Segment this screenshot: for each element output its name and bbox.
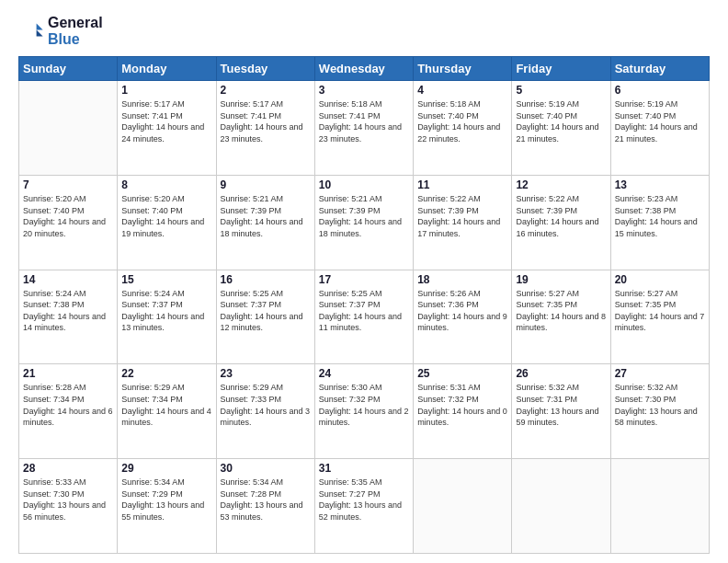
day-info: Sunrise: 5:34 AM Sunset: 7:28 PM Dayligh…: [221, 477, 311, 523]
day-number: 29: [121, 462, 211, 475]
day-info: Sunrise: 5:32 AM Sunset: 7:31 PM Dayligh…: [516, 382, 606, 428]
day-info: Sunrise: 5:27 AM Sunset: 7:35 PM Dayligh…: [615, 288, 705, 334]
day-info: Sunrise: 5:22 AM Sunset: 7:39 PM Dayligh…: [516, 193, 606, 239]
col-thursday: Thursday: [414, 57, 512, 81]
day-number: 2: [221, 84, 311, 97]
day-number: 24: [319, 367, 409, 380]
table-row: 1Sunrise: 5:17 AM Sunset: 7:41 PM Daylig…: [118, 81, 216, 176]
table-row: 27Sunrise: 5:32 AM Sunset: 7:30 PM Dayli…: [610, 364, 709, 459]
table-row: 11Sunrise: 5:22 AM Sunset: 7:39 PM Dayli…: [414, 175, 512, 270]
logo-icon: [18, 18, 44, 44]
table-row: 2Sunrise: 5:17 AM Sunset: 7:41 PM Daylig…: [216, 81, 314, 176]
table-row: 13Sunrise: 5:23 AM Sunset: 7:38 PM Dayli…: [610, 175, 709, 270]
table-row: 6Sunrise: 5:19 AM Sunset: 7:40 PM Daylig…: [610, 81, 709, 176]
day-info: Sunrise: 5:18 AM Sunset: 7:40 PM Dayligh…: [417, 98, 507, 144]
day-number: 16: [221, 273, 311, 286]
page: General Blue Sunday Monday Tuesday Wedne…: [0, 0, 728, 563]
col-monday: Monday: [118, 57, 216, 81]
day-info: Sunrise: 5:17 AM Sunset: 7:41 PM Dayligh…: [121, 98, 211, 144]
table-row: 26Sunrise: 5:32 AM Sunset: 7:31 PM Dayli…: [512, 364, 610, 459]
day-info: Sunrise: 5:20 AM Sunset: 7:40 PM Dayligh…: [121, 193, 211, 239]
day-info: Sunrise: 5:24 AM Sunset: 7:37 PM Dayligh…: [121, 288, 211, 334]
day-info: Sunrise: 5:31 AM Sunset: 7:32 PM Dayligh…: [417, 382, 507, 428]
table-row: 24Sunrise: 5:30 AM Sunset: 7:32 PM Dayli…: [314, 364, 413, 459]
table-row: [610, 459, 709, 554]
table-row: 29Sunrise: 5:34 AM Sunset: 7:29 PM Dayli…: [118, 459, 216, 554]
day-number: 21: [23, 367, 113, 380]
logo-text: General Blue: [48, 15, 103, 47]
day-number: 20: [615, 273, 705, 286]
table-row: 14Sunrise: 5:24 AM Sunset: 7:38 PM Dayli…: [19, 270, 118, 364]
col-wednesday: Wednesday: [314, 57, 413, 81]
table-row: [512, 459, 610, 554]
calendar-week-row: 7Sunrise: 5:20 AM Sunset: 7:40 PM Daylig…: [19, 175, 710, 270]
col-saturday: Saturday: [610, 57, 709, 81]
day-info: Sunrise: 5:24 AM Sunset: 7:38 PM Dayligh…: [23, 288, 113, 334]
day-number: 18: [417, 273, 507, 286]
day-number: 13: [615, 178, 705, 191]
day-number: 5: [516, 84, 606, 97]
table-row: 15Sunrise: 5:24 AM Sunset: 7:37 PM Dayli…: [118, 270, 216, 364]
day-number: 14: [23, 273, 113, 286]
day-number: 26: [516, 367, 606, 380]
table-row: 4Sunrise: 5:18 AM Sunset: 7:40 PM Daylig…: [414, 81, 512, 176]
day-info: Sunrise: 5:22 AM Sunset: 7:39 PM Dayligh…: [417, 193, 507, 239]
day-number: 1: [121, 84, 211, 97]
day-number: 9: [221, 178, 311, 191]
calendar-header-row: Sunday Monday Tuesday Wednesday Thursday…: [19, 57, 710, 81]
day-info: Sunrise: 5:29 AM Sunset: 7:34 PM Dayligh…: [121, 382, 211, 428]
day-info: Sunrise: 5:26 AM Sunset: 7:36 PM Dayligh…: [417, 288, 507, 334]
day-info: Sunrise: 5:35 AM Sunset: 7:27 PM Dayligh…: [319, 477, 409, 523]
day-number: 31: [319, 462, 409, 475]
day-info: Sunrise: 5:33 AM Sunset: 7:30 PM Dayligh…: [23, 477, 113, 523]
day-info: Sunrise: 5:25 AM Sunset: 7:37 PM Dayligh…: [319, 288, 409, 334]
svg-marker-1: [37, 29, 43, 36]
day-info: Sunrise: 5:28 AM Sunset: 7:34 PM Dayligh…: [23, 382, 113, 428]
table-row: 18Sunrise: 5:26 AM Sunset: 7:36 PM Dayli…: [414, 270, 512, 364]
day-info: Sunrise: 5:23 AM Sunset: 7:38 PM Dayligh…: [615, 193, 705, 239]
day-info: Sunrise: 5:20 AM Sunset: 7:40 PM Dayligh…: [23, 193, 113, 239]
table-row: 5Sunrise: 5:19 AM Sunset: 7:40 PM Daylig…: [512, 81, 610, 176]
day-number: 19: [516, 273, 606, 286]
day-info: Sunrise: 5:29 AM Sunset: 7:33 PM Dayligh…: [221, 382, 311, 428]
svg-marker-0: [37, 23, 43, 29]
day-info: Sunrise: 5:25 AM Sunset: 7:37 PM Dayligh…: [221, 288, 311, 334]
day-number: 17: [319, 273, 409, 286]
day-number: 15: [121, 273, 211, 286]
day-number: 7: [23, 178, 113, 191]
table-row: 16Sunrise: 5:25 AM Sunset: 7:37 PM Dayli…: [216, 270, 314, 364]
calendar-week-row: 14Sunrise: 5:24 AM Sunset: 7:38 PM Dayli…: [19, 270, 710, 364]
day-info: Sunrise: 5:34 AM Sunset: 7:29 PM Dayligh…: [121, 477, 211, 523]
day-number: 23: [221, 367, 311, 380]
table-row: 23Sunrise: 5:29 AM Sunset: 7:33 PM Dayli…: [216, 364, 314, 459]
day-number: 3: [319, 84, 409, 97]
calendar-week-row: 21Sunrise: 5:28 AM Sunset: 7:34 PM Dayli…: [19, 364, 710, 459]
table-row: 31Sunrise: 5:35 AM Sunset: 7:27 PM Dayli…: [314, 459, 413, 554]
calendar-table: Sunday Monday Tuesday Wednesday Thursday…: [18, 56, 710, 554]
table-row: 8Sunrise: 5:20 AM Sunset: 7:40 PM Daylig…: [118, 175, 216, 270]
day-info: Sunrise: 5:18 AM Sunset: 7:41 PM Dayligh…: [319, 98, 409, 144]
day-info: Sunrise: 5:32 AM Sunset: 7:30 PM Dayligh…: [615, 382, 705, 428]
table-row: 10Sunrise: 5:21 AM Sunset: 7:39 PM Dayli…: [314, 175, 413, 270]
table-row: 20Sunrise: 5:27 AM Sunset: 7:35 PM Dayli…: [610, 270, 709, 364]
header: General Blue: [18, 15, 710, 47]
day-number: 22: [121, 367, 211, 380]
day-number: 25: [417, 367, 507, 380]
table-row: 3Sunrise: 5:18 AM Sunset: 7:41 PM Daylig…: [314, 81, 413, 176]
calendar-week-row: 28Sunrise: 5:33 AM Sunset: 7:30 PM Dayli…: [19, 459, 710, 554]
day-number: 27: [615, 367, 705, 380]
day-info: Sunrise: 5:17 AM Sunset: 7:41 PM Dayligh…: [221, 98, 311, 144]
day-info: Sunrise: 5:21 AM Sunset: 7:39 PM Dayligh…: [319, 193, 409, 239]
table-row: 25Sunrise: 5:31 AM Sunset: 7:32 PM Dayli…: [414, 364, 512, 459]
day-info: Sunrise: 5:30 AM Sunset: 7:32 PM Dayligh…: [319, 382, 409, 428]
table-row: 19Sunrise: 5:27 AM Sunset: 7:35 PM Dayli…: [512, 270, 610, 364]
day-number: 11: [417, 178, 507, 191]
table-row: 30Sunrise: 5:34 AM Sunset: 7:28 PM Dayli…: [216, 459, 314, 554]
day-number: 10: [319, 178, 409, 191]
day-number: 30: [221, 462, 311, 475]
table-row: 17Sunrise: 5:25 AM Sunset: 7:37 PM Dayli…: [314, 270, 413, 364]
day-number: 12: [516, 178, 606, 191]
table-row: [414, 459, 512, 554]
col-friday: Friday: [512, 57, 610, 81]
col-sunday: Sunday: [19, 57, 118, 81]
